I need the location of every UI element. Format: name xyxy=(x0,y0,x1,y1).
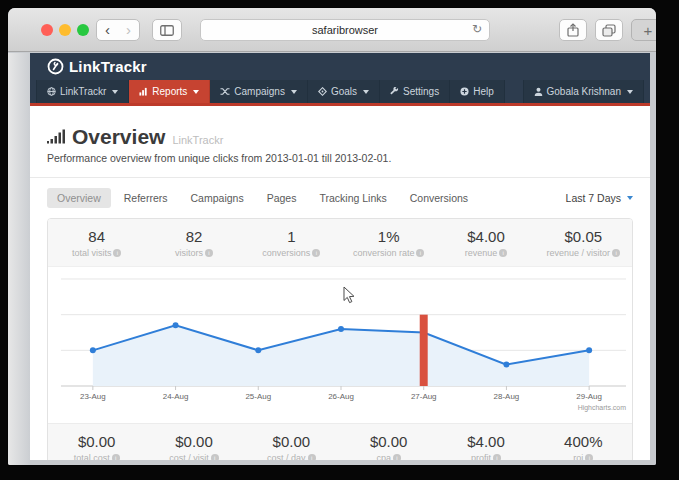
stat-value: 84 xyxy=(48,228,145,245)
x-axis-label: 27-Aug xyxy=(411,392,437,401)
nav-item-help[interactable]: Help xyxy=(450,80,505,103)
tab-campaigns[interactable]: Campaigns xyxy=(181,188,254,208)
stat-label: revenue / visitor xyxy=(547,248,611,258)
stats-row-bottom: $0.00 total costi $0.00 cost / visiti $0… xyxy=(48,423,632,460)
stat-value: 1% xyxy=(340,228,437,245)
visits-chart[interactable]: 23-Aug24-Aug25-Aug26-Aug27-Aug28-Aug29-A… xyxy=(48,266,632,423)
stat-label: conversions xyxy=(262,248,310,258)
nav-label: Campaigns xyxy=(234,86,285,97)
wrench-icon xyxy=(390,87,399,96)
info-icon[interactable]: i xyxy=(416,249,424,257)
info-icon[interactable]: i xyxy=(205,249,213,257)
bar-chart-icon xyxy=(139,87,148,96)
stat-roi: 400% roii xyxy=(535,433,632,460)
nav-label: LinkTrackr xyxy=(60,86,106,97)
stat-value: 82 xyxy=(145,228,242,245)
stat-value: $0.00 xyxy=(243,433,340,450)
page-title-suffix: LinkTrackr xyxy=(172,134,223,146)
stat-label: cpa xyxy=(376,453,391,460)
nav-label: Help xyxy=(473,86,494,97)
date-range-dropdown[interactable]: Last 7 Days xyxy=(566,192,633,204)
chevron-down-icon xyxy=(112,90,118,94)
tab-overview[interactable]: Overview xyxy=(47,188,111,208)
nav-accent-line xyxy=(30,103,650,106)
nav-item-campaigns[interactable]: Campaigns xyxy=(210,80,308,103)
info-icon[interactable]: i xyxy=(211,454,219,460)
tab-conversions[interactable]: Conversions xyxy=(400,188,478,208)
linktrackr-logo-icon xyxy=(47,58,64,75)
address-bar[interactable]: safaribrowser ↻ xyxy=(200,19,490,41)
plus-circle-icon xyxy=(460,87,469,96)
info-icon[interactable]: i xyxy=(308,454,316,460)
stat-value: $0.05 xyxy=(535,228,632,245)
forward-button[interactable]: › xyxy=(118,20,139,40)
report-tabs: Overview Referrers Campaigns Pages Track… xyxy=(47,178,633,218)
site-header: LinkTrackr LinkTrackr xyxy=(30,53,650,106)
tab-tracking-links[interactable]: Tracking Links xyxy=(309,188,396,208)
minimize-window-button[interactable] xyxy=(59,24,71,36)
info-icon[interactable]: i xyxy=(585,454,593,460)
info-icon[interactable]: i xyxy=(612,249,620,257)
stat-revenue: $4.00 revenuei xyxy=(437,228,534,258)
share-button[interactable] xyxy=(559,19,587,41)
line-chart-svg: 23-Aug24-Aug25-Aug26-Aug27-Aug28-Aug29-A… xyxy=(48,267,632,419)
nav-label: Settings xyxy=(403,86,439,97)
x-axis-label: 26-Aug xyxy=(328,392,354,401)
stat-label: roi xyxy=(573,453,583,460)
stat-total-visits: 84 total visitsi xyxy=(48,228,145,258)
page-title-row: Overview LinkTrackr xyxy=(47,125,633,149)
highcharts-credit[interactable]: Highcharts.com xyxy=(578,404,627,412)
stat-value: $4.00 xyxy=(437,433,534,450)
x-axis-label: 23-Aug xyxy=(80,392,106,401)
stat-revenue-visitor: $0.05 revenue / visitori xyxy=(535,228,632,258)
new-tab-button[interactable]: + xyxy=(631,19,656,41)
chart-bars-icon xyxy=(47,129,65,144)
tab-pages[interactable]: Pages xyxy=(257,188,307,208)
user-name: Gobala Krishnan xyxy=(547,86,622,97)
info-icon[interactable]: i xyxy=(312,249,320,257)
brand-row: LinkTrackr xyxy=(30,53,650,80)
nav-item-linktrackr[interactable]: LinkTrackr xyxy=(36,80,129,103)
user-menu[interactable]: Gobala Krishnan xyxy=(523,80,645,103)
stat-cost-day: $0.00 cost / dayi xyxy=(243,433,340,460)
zoom-window-button[interactable] xyxy=(77,24,89,36)
plus-icon: + xyxy=(644,22,653,39)
browser-content: LinkTrackr LinkTrackr xyxy=(8,53,656,465)
address-bar-text: safaribrowser xyxy=(312,24,378,36)
stat-value: $0.00 xyxy=(145,433,242,450)
user-icon xyxy=(534,87,543,96)
nav-item-reports[interactable]: Reports xyxy=(129,80,210,103)
back-button[interactable]: ‹ xyxy=(97,20,118,40)
nav-label: Goals xyxy=(331,86,357,97)
stat-conversions: 1 conversionsi xyxy=(243,228,340,258)
stat-value: 400% xyxy=(535,433,632,450)
tab-referrers[interactable]: Referrers xyxy=(114,188,178,208)
chevron-down-icon xyxy=(193,90,199,94)
info-icon[interactable]: i xyxy=(393,454,401,460)
chevron-down-icon xyxy=(627,196,633,200)
x-axis-label: 28-Aug xyxy=(494,392,520,401)
info-icon[interactable]: i xyxy=(113,249,121,257)
stat-label: profit xyxy=(471,453,491,460)
info-icon[interactable]: i xyxy=(493,454,501,460)
nav-item-goals[interactable]: Goals xyxy=(308,80,380,103)
brand-name: LinkTrackr xyxy=(69,58,147,75)
window-left-edge xyxy=(8,53,30,465)
stat-value: 1 xyxy=(243,228,340,245)
target-icon xyxy=(318,87,327,96)
info-icon[interactable]: i xyxy=(112,454,120,460)
stat-profit: $4.00 profiti xyxy=(437,433,534,460)
x-axis-label: 25-Aug xyxy=(245,392,271,401)
x-axis-label: 24-Aug xyxy=(163,392,189,401)
nav-item-settings[interactable]: Settings xyxy=(380,80,450,103)
stat-cpa: $0.00 cpai xyxy=(340,433,437,460)
sidebar-toggle-button[interactable] xyxy=(152,19,182,41)
info-icon[interactable]: i xyxy=(499,249,507,257)
sidebar-icon xyxy=(160,25,174,36)
stat-label: conversion rate xyxy=(353,248,415,258)
chevron-down-icon xyxy=(627,90,633,94)
reload-icon[interactable]: ↻ xyxy=(472,22,482,36)
close-window-button[interactable] xyxy=(41,24,53,36)
show-all-tabs-button[interactable] xyxy=(595,19,623,41)
stat-label: total cost xyxy=(74,453,110,460)
